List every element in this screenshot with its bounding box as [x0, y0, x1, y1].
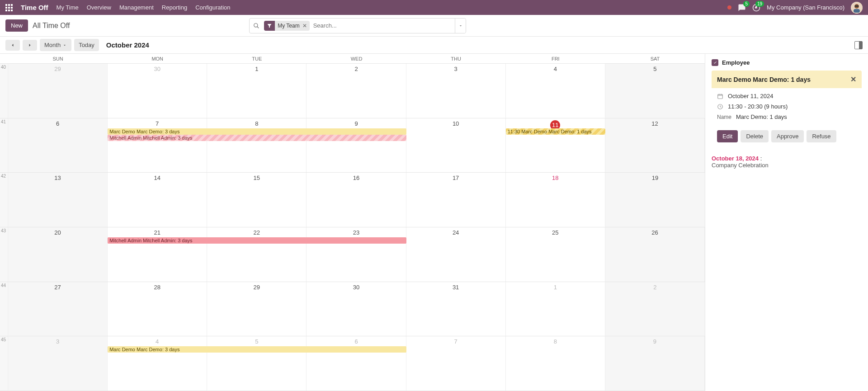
day-number: 9	[653, 338, 656, 345]
nav-overview[interactable]: Overview	[87, 4, 111, 11]
day-cell[interactable]: 23	[307, 227, 406, 282]
day-cell[interactable]: 7	[108, 118, 207, 173]
breadcrumb: All Time Off	[33, 22, 70, 30]
filter-chip-label: My Team	[278, 23, 299, 29]
nav-management[interactable]: Management	[119, 4, 154, 11]
day-cell[interactable]: 24	[406, 227, 506, 282]
prev-button[interactable]	[5, 40, 20, 51]
day-cell[interactable]: 16	[307, 173, 406, 227]
day-cell[interactable]: 30	[108, 64, 207, 118]
day-cell[interactable]: 18	[506, 173, 605, 227]
approve-button[interactable]: Approve	[771, 130, 804, 142]
day-cell[interactable]: 7	[406, 336, 506, 391]
week-number: 42	[0, 173, 8, 227]
event-detail-card: Marc Demo Marc Demo: 1 days ✕ October 11…	[712, 71, 862, 149]
close-icon[interactable]: ✕	[850, 75, 856, 84]
filter-icon[interactable]	[264, 21, 275, 31]
day-number: 27	[54, 284, 61, 291]
apps-icon[interactable]	[5, 4, 13, 11]
day-cell[interactable]: 6	[8, 118, 108, 173]
day-cell[interactable]: 26	[605, 227, 705, 282]
day-cell[interactable]: 31	[406, 282, 506, 336]
day-cell[interactable]: 27	[8, 282, 108, 336]
calendar-toolbar: Month Today October 2024	[0, 37, 868, 54]
nav-reporting[interactable]: Reporting	[162, 4, 187, 11]
day-cell[interactable]: 4	[108, 336, 207, 391]
company-selector[interactable]: My Company (San Francisco)	[767, 4, 844, 11]
event-bar[interactable]: Marc Demo Marc Demo: 3 days	[108, 128, 406, 135]
day-cell[interactable]: 3	[406, 64, 506, 118]
day-cell[interactable]: 14	[108, 173, 207, 227]
day-cell[interactable]: 29	[207, 282, 307, 336]
event-bar[interactable]: Mitchell Admin Mitchell Admin: 3 days	[108, 237, 406, 244]
svg-line-5	[257, 26, 259, 28]
day-cell[interactable]: 6	[307, 336, 406, 391]
day-cell[interactable]: 1	[207, 64, 307, 118]
filter-chip-remove[interactable]: ✕	[302, 23, 307, 29]
search-input[interactable]	[310, 22, 455, 29]
day-cell[interactable]: 17	[406, 173, 506, 227]
day-cell[interactable]: 20	[8, 227, 108, 282]
day-cell[interactable]: 8	[207, 118, 307, 173]
side-panel-toggle-icon[interactable]	[854, 41, 863, 49]
scale-dropdown[interactable]: Month	[40, 39, 71, 51]
new-button[interactable]: New	[5, 19, 28, 32]
svg-rect-6	[718, 94, 723, 98]
week-number: 43	[0, 227, 8, 282]
day-cell[interactable]: 9	[307, 118, 406, 173]
day-cell[interactable]: 3	[8, 336, 108, 391]
event-bar[interactable]: Marc Demo Marc Demo: 3 days	[108, 346, 406, 353]
day-cell[interactable]: 22	[207, 227, 307, 282]
week-row: 4320212223242526Mitchell Admin Mitchell …	[0, 227, 705, 282]
holiday-note: October 18, 2024 : Company Celebration	[712, 155, 862, 169]
event-bar[interactable]: 11:30 Marc Demo Marc Demo: 1 days	[506, 128, 605, 135]
app-name[interactable]: Time Off	[21, 4, 48, 11]
nav-my-time[interactable]: My Time	[57, 4, 79, 11]
employee-filter[interactable]: Employee	[712, 59, 862, 66]
day-cell[interactable]: 2	[605, 282, 705, 336]
day-cell[interactable]: 13	[8, 173, 108, 227]
search-dropdown[interactable]	[455, 19, 466, 33]
next-button[interactable]	[23, 40, 37, 51]
day-number: 6	[56, 120, 59, 127]
day-cell[interactable]: 1	[506, 282, 605, 336]
day-cell[interactable]: 28	[108, 282, 207, 336]
activities-icon[interactable]: 19	[752, 4, 760, 12]
day-cell[interactable]: 4	[506, 64, 605, 118]
refuse-button[interactable]: Refuse	[807, 130, 836, 142]
day-number: 4	[554, 66, 557, 72]
today-button[interactable]: Today	[74, 39, 99, 51]
day-cell[interactable]: 5	[605, 64, 705, 118]
day-number: 24	[453, 229, 459, 236]
day-cell[interactable]: 8	[506, 336, 605, 391]
day-cell[interactable]: 15	[207, 173, 307, 227]
event-bar[interactable]: Mitchell Admin Mitchell Admin: 3 days	[108, 135, 406, 141]
day-number: 25	[552, 229, 558, 236]
day-cell[interactable]: 19	[605, 173, 705, 227]
week-row: 453456789Marc Demo Marc Demo: 3 days	[0, 336, 705, 391]
day-cell[interactable]: 5	[207, 336, 307, 391]
day-cell[interactable]: 10	[406, 118, 506, 173]
user-avatar[interactable]	[851, 2, 863, 14]
day-cell[interactable]: 2	[307, 64, 406, 118]
edit-button[interactable]: Edit	[717, 130, 738, 142]
day-header: SUN	[8, 54, 108, 64]
day-cell[interactable]: 21	[108, 227, 207, 282]
day-cell[interactable]: 25	[506, 227, 605, 282]
delete-button[interactable]: Delete	[741, 130, 769, 142]
day-cell[interactable]: 12	[605, 118, 705, 173]
day-cell[interactable]: 11	[506, 118, 605, 173]
nav-configuration[interactable]: Configuration	[195, 4, 230, 11]
detail-name-value: Marc Demo: 1 days	[736, 113, 787, 120]
day-cell[interactable]: 9	[605, 336, 705, 391]
day-cell[interactable]: 29	[8, 64, 108, 118]
day-number: 30	[154, 66, 160, 72]
detail-time: 11:30 - 20:30 (9 hours)	[728, 103, 788, 110]
messages-icon[interactable]: 5	[738, 4, 746, 12]
day-number: 5	[653, 66, 656, 72]
day-number: 5	[255, 338, 258, 345]
day-number: 9	[354, 120, 358, 127]
day-cell[interactable]: 30	[307, 282, 406, 336]
control-bar: New All Time Off My Team ✕	[0, 15, 868, 37]
search-icon[interactable]	[250, 23, 263, 29]
